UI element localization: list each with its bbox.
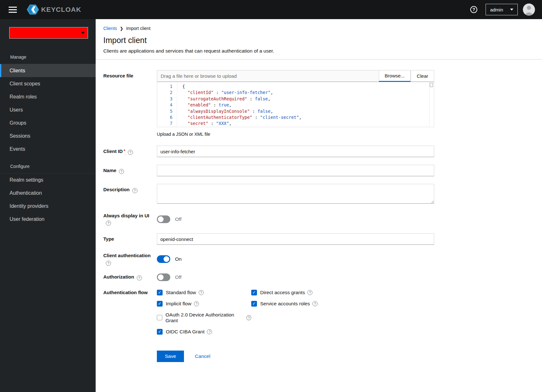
help-icon[interactable]: ?	[470, 6, 477, 13]
checkbox-label: OAuth 2.0 Device Authorization Grant	[165, 312, 244, 323]
checkbox-unchecked[interactable]	[157, 315, 162, 320]
sidebar-item-clients[interactable]: Clients	[0, 64, 96, 77]
browse-button[interactable]: Browse...	[379, 70, 411, 82]
avatar-person-icon	[527, 6, 531, 10]
help-icon[interactable]: ?	[312, 301, 318, 306]
auth-flow-option-oauth-2-0-device-authorization-grant[interactable]: OAuth 2.0 Device Authorization Grant?	[157, 312, 251, 323]
toggle-knob	[158, 274, 164, 280]
auth-flow-option-oidc-ciba-grant[interactable]: ✓OIDC CIBA Grant?	[157, 329, 251, 335]
sidebar-item-realm-settings[interactable]: Realm settings	[0, 173, 96, 186]
breadcrumb-link-clients[interactable]: Clients	[103, 26, 117, 31]
help-icon[interactable]: ?	[106, 221, 111, 226]
code-token: "alwaysDisplayInConsole"	[187, 109, 250, 114]
sidebar-item-groups[interactable]: Groups	[0, 116, 96, 129]
description-row: Description?	[103, 184, 542, 205]
nav-list: Realm settingsAuthenticationIdentity pro…	[0, 173, 96, 226]
code-token: "XXX"	[216, 121, 229, 126]
checkbox-label: Service accounts roles	[260, 301, 310, 307]
type-input[interactable]	[157, 233, 434, 245]
scrollbar-thumb[interactable]	[430, 83, 433, 87]
code-token: :	[214, 90, 221, 95]
brand[interactable]: KEYCLOAK	[27, 4, 81, 15]
user-avatar[interactable]	[523, 4, 535, 16]
code-line: "alwaysDisplayInConsole" : false,	[182, 108, 434, 114]
file-upload-group: Drag a file here or browse to upload Bro…	[157, 70, 434, 82]
code-line: {	[182, 83, 434, 90]
checkbox-checked[interactable]: ✓	[157, 301, 163, 307]
file-upload-field[interactable]: Drag a file here or browse to upload	[157, 70, 379, 82]
required-asterisk: *	[124, 149, 125, 153]
keycloak-logo-icon	[27, 4, 39, 15]
name-input[interactable]	[157, 165, 434, 176]
help-icon[interactable]: ?	[307, 290, 312, 295]
realm-selector[interactable]	[9, 27, 88, 39]
client-auth-toggle[interactable]	[157, 255, 170, 263]
user-menu-label: admin	[490, 7, 503, 12]
type-row: Type	[103, 233, 542, 245]
code-lines[interactable]: { "clientId" : "user-info-fetcher", "sur…	[177, 82, 434, 127]
help-icon[interactable]: ?	[199, 290, 204, 295]
always-display-row: Always display in UI? Off	[103, 213, 542, 226]
help-icon[interactable]: ?	[128, 150, 133, 155]
client-id-input[interactable]	[157, 146, 434, 157]
code-token: false	[258, 109, 271, 114]
code-token: ,	[268, 96, 270, 101]
code-token	[182, 96, 187, 101]
help-icon[interactable]: ?	[137, 275, 142, 280]
checkbox-checked[interactable]: ✓	[251, 301, 257, 307]
authorization-toggle[interactable]	[157, 273, 170, 281]
always-display-toggle[interactable]	[157, 215, 170, 223]
help-icon[interactable]: ?	[106, 261, 111, 266]
code-line-number: 3	[157, 96, 172, 102]
sidebar-item-realm-roles[interactable]: Realm roles	[0, 90, 96, 103]
nav-section-title: Manage	[0, 54, 96, 64]
auth-flow-option-standard-flow[interactable]: ✓Standard flow?	[157, 290, 251, 295]
code-token: ,	[299, 115, 302, 120]
code-token: true	[219, 102, 229, 107]
checkbox-checked[interactable]: ✓	[157, 290, 163, 295]
help-icon[interactable]: ?	[119, 169, 124, 174]
sidebar-item-events[interactable]: Events	[0, 142, 96, 156]
code-scrollbar[interactable]	[429, 82, 434, 127]
auth-flow-grid: ✓Standard flow?✓Direct access grants?✓Im…	[157, 290, 434, 335]
auth-flow-option-implicit-flow[interactable]: ✓Implicit flow?	[157, 301, 251, 307]
description-textarea[interactable]	[157, 184, 434, 204]
code-token: ,	[270, 109, 273, 114]
checkbox-label: Standard flow	[166, 290, 196, 295]
page-header: Clients ❯ Import client Import client Cl…	[96, 19, 542, 59]
breadcrumb-current: Import client	[126, 26, 150, 31]
checkbox-checked[interactable]: ✓	[251, 290, 257, 295]
code-editor[interactable]: 1234567 { "clientId" : "user-info-fetche…	[157, 82, 434, 127]
auth-flow-option-service-accounts-roles[interactable]: ✓Service accounts roles?	[251, 301, 318, 307]
code-token: :	[211, 102, 218, 107]
client-id-label: Client ID*?	[103, 146, 157, 157]
code-token: :	[250, 109, 257, 114]
hamburger-menu-icon[interactable]	[9, 7, 17, 13]
auth-flow-option-direct-access-grants[interactable]: ✓Direct access grants?	[251, 290, 318, 295]
checkbox-checked[interactable]: ✓	[157, 329, 163, 335]
auth-flow-row: Authentication flow ✓Standard flow?✓Dire…	[103, 289, 542, 335]
sidebar-item-user-federation[interactable]: User federation	[0, 213, 96, 226]
code-token: "client-secret"	[260, 115, 299, 120]
sidebar-item-client-scopes[interactable]: Client scopes	[0, 77, 96, 90]
sidebar-item-users[interactable]: Users	[0, 103, 96, 116]
help-icon[interactable]: ?	[207, 329, 212, 334]
client-auth-row: Client authentication? On	[103, 252, 542, 265]
user-menu-dropdown[interactable]: admin	[486, 4, 518, 15]
code-line: "secret" : "XXX",	[182, 120, 434, 127]
help-icon[interactable]: ?	[246, 315, 251, 320]
save-button[interactable]: Save	[157, 351, 184, 362]
code-line-number: 1	[157, 83, 172, 90]
nav-list: ClientsClient scopesRealm rolesUsersGrou…	[0, 64, 96, 156]
help-icon[interactable]: ?	[194, 301, 199, 306]
sidebar-item-sessions[interactable]: Sessions	[0, 129, 96, 142]
sidebar-item-authentication[interactable]: Authentication	[0, 186, 96, 200]
sidebar-item-identity-providers[interactable]: Identity providers	[0, 200, 96, 213]
cancel-link[interactable]: Cancel	[195, 353, 210, 359]
client-auth-switch-wrap: On	[157, 255, 434, 263]
auth-flow-label: Authentication flow	[103, 289, 157, 335]
code-line-number: 6	[157, 114, 172, 120]
help-icon[interactable]: ?	[132, 188, 137, 193]
clear-button[interactable]: Clear	[411, 70, 434, 82]
code-token	[182, 115, 187, 120]
